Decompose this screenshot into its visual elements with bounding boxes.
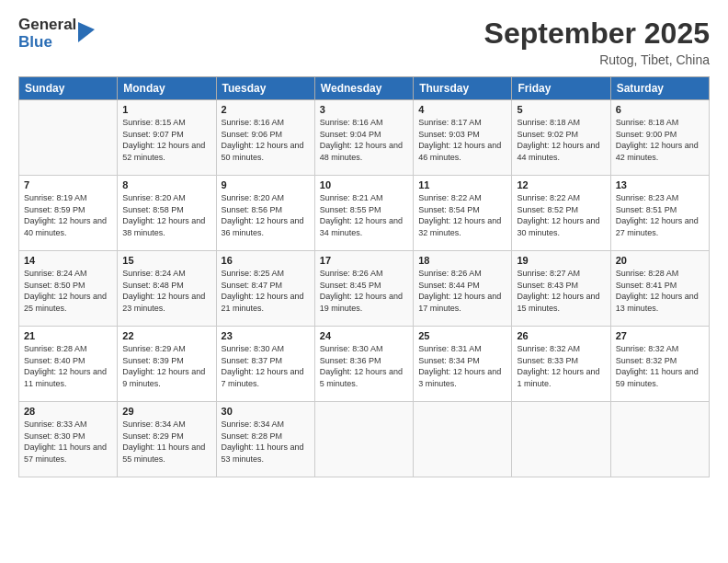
title-block: September 2025 Rutog, Tibet, China: [484, 17, 710, 67]
cell-info: Sunrise: 8:24 AMSunset: 8:48 PMDaylight:…: [122, 268, 210, 314]
day-number: 9: [222, 179, 310, 190]
table-row: [19, 100, 118, 176]
table-row: 6Sunrise: 8:18 AMSunset: 9:00 PMDaylight…: [610, 100, 709, 176]
cell-info: Sunrise: 8:32 AMSunset: 8:33 PMDaylight:…: [517, 343, 605, 389]
table-row: 18Sunrise: 8:26 AMSunset: 8:44 PMDayligh…: [414, 251, 512, 327]
table-row: 17Sunrise: 8:26 AMSunset: 8:45 PMDayligh…: [314, 251, 413, 327]
day-number: 4: [418, 104, 506, 115]
day-number: 1: [122, 104, 210, 115]
day-number: 6: [616, 104, 704, 115]
cell-info: Sunrise: 8:29 AMSunset: 8:39 PMDaylight:…: [122, 343, 210, 389]
day-number: 25: [418, 330, 506, 341]
cell-info: Sunrise: 8:16 AMSunset: 9:06 PMDaylight:…: [222, 117, 310, 163]
day-number: 14: [24, 255, 112, 266]
table-row: 26Sunrise: 8:32 AMSunset: 8:33 PMDayligh…: [512, 327, 610, 402]
logo: General Blue: [18, 17, 95, 51]
cell-info: Sunrise: 8:33 AMSunset: 8:30 PMDaylight:…: [24, 419, 112, 465]
table-row: 20Sunrise: 8:28 AMSunset: 8:41 PMDayligh…: [610, 251, 709, 327]
cell-info: Sunrise: 8:26 AMSunset: 8:45 PMDaylight:…: [320, 268, 408, 314]
calendar-week-row: 21Sunrise: 8:28 AMSunset: 8:40 PMDayligh…: [19, 327, 710, 402]
cell-info: Sunrise: 8:34 AMSunset: 8:28 PMDaylight:…: [222, 419, 310, 465]
day-number: 27: [616, 330, 704, 341]
cell-info: Sunrise: 8:25 AMSunset: 8:47 PMDaylight:…: [222, 268, 310, 314]
table-row: 19Sunrise: 8:27 AMSunset: 8:43 PMDayligh…: [512, 251, 610, 327]
table-row: 9Sunrise: 8:20 AMSunset: 8:56 PMDaylight…: [216, 176, 314, 251]
cell-info: Sunrise: 8:22 AMSunset: 8:52 PMDaylight:…: [517, 192, 605, 238]
table-row: 11Sunrise: 8:22 AMSunset: 8:54 PMDayligh…: [414, 176, 512, 251]
day-number: 5: [517, 104, 605, 115]
col-friday: Friday: [512, 77, 610, 100]
cell-info: Sunrise: 8:31 AMSunset: 8:34 PMDaylight:…: [418, 343, 506, 389]
table-row: 12Sunrise: 8:22 AMSunset: 8:52 PMDayligh…: [512, 176, 610, 251]
table-row: 5Sunrise: 8:18 AMSunset: 9:02 PMDaylight…: [512, 100, 610, 176]
logo-blue: Blue: [18, 34, 76, 52]
table-row: 27Sunrise: 8:32 AMSunset: 8:32 PMDayligh…: [610, 327, 709, 402]
day-number: 30: [222, 406, 310, 417]
table-row: 22Sunrise: 8:29 AMSunset: 8:39 PMDayligh…: [118, 327, 216, 402]
table-row: [610, 402, 709, 477]
col-thursday: Thursday: [414, 77, 512, 100]
day-number: 22: [122, 330, 210, 341]
day-number: 19: [517, 255, 605, 266]
day-number: 11: [418, 179, 506, 190]
table-row: 25Sunrise: 8:31 AMSunset: 8:34 PMDayligh…: [414, 327, 512, 402]
cell-info: Sunrise: 8:34 AMSunset: 8:29 PMDaylight:…: [122, 419, 210, 465]
cell-info: Sunrise: 8:30 AMSunset: 8:37 PMDaylight:…: [222, 343, 310, 389]
cell-info: Sunrise: 8:32 AMSunset: 8:32 PMDaylight:…: [616, 343, 704, 389]
table-row: 21Sunrise: 8:28 AMSunset: 8:40 PMDayligh…: [19, 327, 118, 402]
cell-info: Sunrise: 8:21 AMSunset: 8:55 PMDaylight:…: [320, 192, 408, 238]
day-number: 23: [222, 330, 310, 341]
cell-info: Sunrise: 8:28 AMSunset: 8:40 PMDaylight:…: [24, 343, 112, 389]
table-row: 28Sunrise: 8:33 AMSunset: 8:30 PMDayligh…: [19, 402, 118, 477]
day-number: 8: [122, 179, 210, 190]
day-number: 17: [320, 255, 408, 266]
table-row: 16Sunrise: 8:25 AMSunset: 8:47 PMDayligh…: [216, 251, 314, 327]
cell-info: Sunrise: 8:20 AMSunset: 8:58 PMDaylight:…: [122, 192, 210, 238]
table-row: 7Sunrise: 8:19 AMSunset: 8:59 PMDaylight…: [19, 176, 118, 251]
day-number: 15: [122, 255, 210, 266]
col-saturday: Saturday: [610, 77, 709, 100]
day-number: 13: [616, 179, 704, 190]
table-row: 4Sunrise: 8:17 AMSunset: 9:03 PMDaylight…: [414, 100, 512, 176]
month-title: September 2025: [484, 17, 710, 51]
table-row: 30Sunrise: 8:34 AMSunset: 8:28 PMDayligh…: [216, 402, 314, 477]
col-monday: Monday: [118, 77, 216, 100]
cell-info: Sunrise: 8:23 AMSunset: 8:51 PMDaylight:…: [616, 192, 704, 238]
cell-info: Sunrise: 8:20 AMSunset: 8:56 PMDaylight:…: [222, 192, 310, 238]
cell-info: Sunrise: 8:15 AMSunset: 9:07 PMDaylight:…: [122, 117, 210, 163]
cell-info: Sunrise: 8:17 AMSunset: 9:03 PMDaylight:…: [418, 117, 506, 163]
table-row: [314, 402, 413, 477]
day-number: 2: [222, 104, 310, 115]
cell-info: Sunrise: 8:19 AMSunset: 8:59 PMDaylight:…: [24, 192, 112, 238]
table-row: [414, 402, 512, 477]
day-number: 28: [24, 406, 112, 417]
table-row: 3Sunrise: 8:16 AMSunset: 9:04 PMDaylight…: [314, 100, 413, 176]
col-sunday: Sunday: [19, 77, 118, 100]
cell-info: Sunrise: 8:22 AMSunset: 8:54 PMDaylight:…: [418, 192, 506, 238]
table-row: 8Sunrise: 8:20 AMSunset: 8:58 PMDaylight…: [118, 176, 216, 251]
location: Rutog, Tibet, China: [484, 52, 710, 67]
day-number: 16: [222, 255, 310, 266]
day-number: 12: [517, 179, 605, 190]
day-number: 10: [320, 179, 408, 190]
svg-marker-0: [78, 22, 95, 42]
day-number: 24: [320, 330, 408, 341]
table-row: 14Sunrise: 8:24 AMSunset: 8:50 PMDayligh…: [19, 251, 118, 327]
cell-info: Sunrise: 8:24 AMSunset: 8:50 PMDaylight:…: [24, 268, 112, 314]
calendar-week-row: 1Sunrise: 8:15 AMSunset: 9:07 PMDaylight…: [19, 100, 710, 176]
day-number: 21: [24, 330, 112, 341]
header: General Blue September 2025 Rutog, Tibet…: [18, 17, 710, 67]
logo-general: General: [18, 17, 76, 34]
cell-info: Sunrise: 8:27 AMSunset: 8:43 PMDaylight:…: [517, 268, 605, 314]
cell-info: Sunrise: 8:16 AMSunset: 9:04 PMDaylight:…: [320, 117, 408, 163]
calendar-table: Sunday Monday Tuesday Wednesday Thursday…: [18, 76, 710, 477]
col-wednesday: Wednesday: [314, 77, 413, 100]
table-row: [512, 402, 610, 477]
logo-icon: [78, 22, 95, 42]
day-number: 29: [122, 406, 210, 417]
col-tuesday: Tuesday: [216, 77, 314, 100]
day-number: 18: [418, 255, 506, 266]
cell-info: Sunrise: 8:18 AMSunset: 9:02 PMDaylight:…: [517, 117, 605, 163]
table-row: 1Sunrise: 8:15 AMSunset: 9:07 PMDaylight…: [118, 100, 216, 176]
cell-info: Sunrise: 8:26 AMSunset: 8:44 PMDaylight:…: [418, 268, 506, 314]
